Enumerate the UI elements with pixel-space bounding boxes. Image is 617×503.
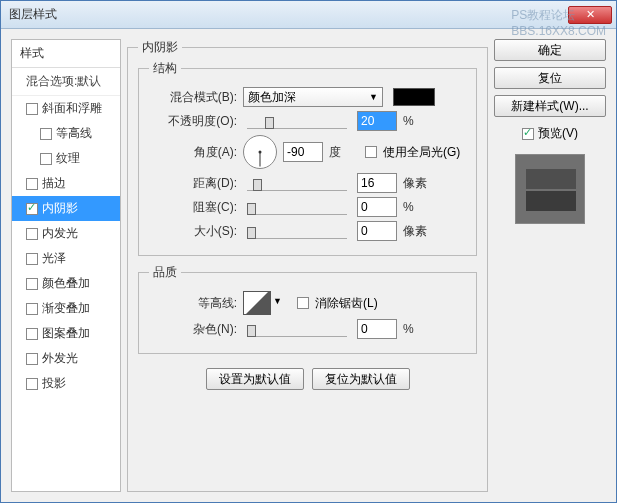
choke-label: 阻塞(C): [149,199,237,216]
noise-label: 杂色(N): [149,321,237,338]
style-item-4[interactable]: 内阴影 [12,196,120,221]
style-checkbox[interactable] [26,278,38,290]
style-item-10[interactable]: 外发光 [12,346,120,371]
center-panel: 内阴影 结构 混合模式(B): 颜色加深 ▼ 不透明度(O): [127,39,488,492]
style-item-5[interactable]: 内发光 [12,221,120,246]
preview-checkbox[interactable] [522,128,534,140]
style-checkbox[interactable] [26,228,38,240]
contour-picker[interactable]: ▼ [243,291,271,315]
style-item-label: 纹理 [56,150,80,167]
choke-slider[interactable] [247,199,347,215]
style-item-0[interactable]: 斜面和浮雕 [12,96,120,121]
blend-mode-label: 混合模式(B): [149,89,237,106]
style-item-label: 内阴影 [42,200,78,217]
noise-unit: % [403,322,433,336]
size-label: 大小(S): [149,223,237,240]
style-item-6[interactable]: 光泽 [12,246,120,271]
style-checkbox[interactable] [40,153,52,165]
quality-legend: 品质 [149,264,181,281]
style-item-2[interactable]: 纹理 [12,146,120,171]
style-checkbox[interactable] [40,128,52,140]
style-item-7[interactable]: 颜色叠加 [12,271,120,296]
reset-default-button[interactable]: 复位为默认值 [312,368,410,390]
noise-field[interactable]: 0 [357,319,397,339]
blend-options-item[interactable]: 混合选项:默认 [12,68,120,96]
distance-label: 距离(D): [149,175,237,192]
quality-group: 品质 等高线: ▼ 消除锯齿(L) 杂色(N): 0 % [138,264,477,354]
distance-slider[interactable] [247,175,347,191]
style-checkbox[interactable] [26,353,38,365]
angle-field[interactable]: -90 [283,142,323,162]
size-field[interactable]: 0 [357,221,397,241]
style-item-label: 外发光 [42,350,78,367]
opacity-unit: % [403,114,433,128]
right-buttons: 确定 复位 新建样式(W)... 预览(V) [494,39,606,492]
titlebar: 图层样式 ✕ PS教程论坛 BBS.16XX8.COM [1,1,616,29]
choke-field[interactable]: 0 [357,197,397,217]
contour-label: 等高线: [149,295,237,312]
antialias-checkbox[interactable] [297,297,309,309]
style-item-1[interactable]: 等高线 [12,121,120,146]
structure-legend: 结构 [149,60,181,77]
dialog-body: 样式 混合选项:默认 斜面和浮雕等高线纹理描边内阴影内发光光泽颜色叠加渐变叠加图… [1,29,616,502]
antialias-label: 消除锯齿(L) [315,295,378,312]
color-swatch[interactable] [393,88,435,106]
new-style-button[interactable]: 新建样式(W)... [494,95,606,117]
distance-unit: 像素 [403,175,433,192]
style-checkbox[interactable] [26,178,38,190]
chevron-down-icon: ▼ [369,92,378,102]
cancel-button[interactable]: 复位 [494,67,606,89]
style-item-9[interactable]: 图案叠加 [12,321,120,346]
noise-slider[interactable] [247,321,347,337]
global-light-label: 使用全局光(G) [383,144,460,161]
close-button[interactable]: ✕ [568,6,612,24]
angle-unit: 度 [329,144,359,161]
opacity-label: 不透明度(O): [149,113,237,130]
angle-label: 角度(A): [149,144,237,161]
style-list: 样式 混合选项:默认 斜面和浮雕等高线纹理描边内阴影内发光光泽颜色叠加渐变叠加图… [11,39,121,492]
size-slider[interactable] [247,223,347,239]
style-item-11[interactable]: 投影 [12,371,120,396]
style-item-label: 斜面和浮雕 [42,100,102,117]
angle-dial[interactable] [243,135,277,169]
size-unit: 像素 [403,223,433,240]
style-item-label: 光泽 [42,250,66,267]
style-item-8[interactable]: 渐变叠加 [12,296,120,321]
style-checkbox[interactable] [26,303,38,315]
opacity-field[interactable]: 20 [357,111,397,131]
global-light-checkbox[interactable] [365,146,377,158]
style-checkbox[interactable] [26,203,38,215]
opacity-slider[interactable] [247,113,347,129]
chevron-down-icon: ▼ [273,296,282,306]
window-title: 图层样式 [9,6,57,23]
blend-mode-dropdown[interactable]: 颜色加深 ▼ [243,87,383,107]
style-item-label: 内发光 [42,225,78,242]
ok-button[interactable]: 确定 [494,39,606,61]
window-buttons: ✕ [568,6,612,24]
style-item-label: 投影 [42,375,66,392]
layerstyle-window: 图层样式 ✕ PS教程论坛 BBS.16XX8.COM 样式 混合选项:默认 斜… [0,0,617,503]
style-item-label: 图案叠加 [42,325,90,342]
preview-swatch [515,154,585,224]
preview-label: 预览(V) [538,125,578,142]
inner-shadow-group: 内阴影 结构 混合模式(B): 颜色加深 ▼ 不透明度(O): [127,39,488,492]
style-item-label: 颜色叠加 [42,275,90,292]
set-default-button[interactable]: 设置为默认值 [206,368,304,390]
style-checkbox[interactable] [26,103,38,115]
distance-field[interactable]: 16 [357,173,397,193]
style-item-label: 描边 [42,175,66,192]
structure-group: 结构 混合模式(B): 颜色加深 ▼ 不透明度(O): 20 % [138,60,477,256]
choke-unit: % [403,200,433,214]
inner-shadow-legend: 内阴影 [138,39,182,56]
style-list-header[interactable]: 样式 [12,40,120,68]
style-checkbox[interactable] [26,328,38,340]
style-item-label: 等高线 [56,125,92,142]
style-item-label: 渐变叠加 [42,300,90,317]
style-checkbox[interactable] [26,253,38,265]
style-checkbox[interactable] [26,378,38,390]
style-item-3[interactable]: 描边 [12,171,120,196]
